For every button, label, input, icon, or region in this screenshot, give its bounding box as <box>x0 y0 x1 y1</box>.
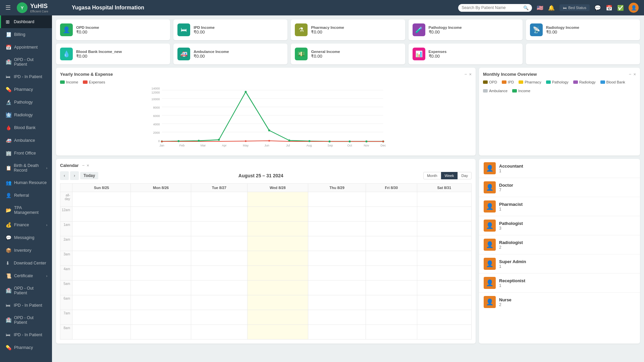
cal-cell-3-6[interactable] <box>417 236 471 251</box>
sidebar-item-frontoffice[interactable]: 🏢 Front Office <box>0 147 52 160</box>
minimize-icon[interactable]: − <box>465 72 467 77</box>
cal-cell-4-0[interactable] <box>72 251 131 266</box>
sidebar-item-birthdeath[interactable]: 📋 Birth & Death Record › <box>0 160 52 176</box>
cal-cell-8-3[interactable] <box>247 310 308 325</box>
search-box[interactable]: 🔍 <box>458 4 532 12</box>
sidebar-item-ambulance[interactable]: 🚑 Ambulance <box>0 134 52 147</box>
cal-cell-3-0[interactable] <box>72 236 131 251</box>
cal-cell-1-4[interactable] <box>308 207 366 222</box>
cal-prev-btn[interactable]: ‹ <box>60 171 69 180</box>
cal-cell-9-1[interactable] <box>131 325 191 340</box>
cal-cell-2-4[interactable] <box>308 222 366 236</box>
sidebar-item-dashboard[interactable]: ⊞ Dashboard <box>0 15 52 28</box>
cal-cell-5-0[interactable] <box>72 266 131 281</box>
cal-cell-8-0[interactable] <box>72 310 131 325</box>
cal-cell-5-3[interactable] <box>247 266 308 281</box>
cal-cell-3-1[interactable] <box>131 236 191 251</box>
task-icon[interactable]: ✅ <box>617 5 624 11</box>
close-icon[interactable]: × <box>469 72 472 77</box>
cal-cell-7-6[interactable] <box>417 295 471 310</box>
cal-cell-4-4[interactable] <box>308 251 366 266</box>
cal-cell-6-2[interactable] <box>191 281 248 295</box>
search-input[interactable] <box>462 5 521 10</box>
cal-cell-7-3[interactable] <box>247 295 308 310</box>
cal-cell-1-3[interactable] <box>247 207 308 222</box>
sidebar-item-humanresource[interactable]: 👥 Human Resource <box>0 176 52 189</box>
cal-cell-6-4[interactable] <box>308 281 366 295</box>
cal-cell-0-5[interactable] <box>366 192 417 207</box>
cal-cell-2-6[interactable] <box>417 222 471 236</box>
cal-cell-2-5[interactable] <box>366 222 417 236</box>
cal-today-btn[interactable]: Today <box>80 172 98 179</box>
cal-cell-9-6[interactable] <box>417 325 471 340</box>
sidebar-item-referral[interactable]: 👤 Referral <box>0 189 52 202</box>
cal-cell-0-0[interactable] <box>72 192 131 207</box>
cal-month-btn[interactable]: Month <box>423 172 441 179</box>
cal-next-btn[interactable]: › <box>70 171 79 180</box>
minimize-icon2[interactable]: − <box>629 72 632 77</box>
cal-cell-6-0[interactable] <box>72 281 131 295</box>
cal-cell-9-2[interactable] <box>191 325 248 340</box>
cal-cell-4-6[interactable] <box>417 251 471 266</box>
sidebar-item-messaging[interactable]: 💬 Messaging <box>0 231 52 244</box>
minimize-icon3[interactable]: − <box>82 163 85 168</box>
sidebar-item-opd2[interactable]: 🏥 OPD - Out Patient <box>0 282 52 299</box>
sidebar-item-download[interactable]: ⬇ Download Center <box>0 257 52 269</box>
sidebar-item-inventory[interactable]: 📦 Inventory <box>0 244 52 257</box>
cal-cell-1-1[interactable] <box>131 207 191 222</box>
cal-cell-5-6[interactable] <box>417 266 471 281</box>
cal-cell-9-5[interactable] <box>366 325 417 340</box>
hamburger-menu[interactable]: ☰ <box>5 4 11 11</box>
cal-cell-3-4[interactable] <box>308 236 366 251</box>
cal-cell-7-5[interactable] <box>366 295 417 310</box>
cal-cell-7-4[interactable] <box>308 295 366 310</box>
cal-day-btn[interactable]: Day <box>458 172 472 179</box>
cal-cell-1-2[interactable] <box>191 207 248 222</box>
cal-cell-5-5[interactable] <box>366 266 417 281</box>
cal-cell-7-0[interactable] <box>72 295 131 310</box>
cal-cell-0-1[interactable] <box>131 192 191 207</box>
calendar-actions[interactable]: − × <box>82 163 89 168</box>
cal-cell-0-4[interactable] <box>308 192 366 207</box>
cal-cell-1-0[interactable] <box>72 207 131 222</box>
cal-week-btn[interactable]: Week <box>441 172 458 179</box>
cal-cell-5-1[interactable] <box>131 266 191 281</box>
calendar-icon[interactable]: 📅 <box>606 5 612 11</box>
avatar[interactable]: 👤 <box>629 3 639 13</box>
cal-cell-3-5[interactable] <box>366 236 417 251</box>
cal-cell-9-4[interactable] <box>308 325 366 340</box>
cal-cell-7-1[interactable] <box>131 295 191 310</box>
sidebar-item-finance[interactable]: 💰 Finance › <box>0 219 52 231</box>
sidebar-item-opd[interactable]: 🏥 OPD - Out Patient <box>0 54 52 70</box>
cal-cell-0-2[interactable] <box>191 192 248 207</box>
cal-cell-8-2[interactable] <box>191 310 248 325</box>
cal-cell-4-5[interactable] <box>366 251 417 266</box>
cal-cell-8-6[interactable] <box>417 310 471 325</box>
cal-cell-6-3[interactable] <box>247 281 308 295</box>
cal-cell-6-6[interactable] <box>417 281 471 295</box>
cal-cell-7-2[interactable] <box>191 295 248 310</box>
close-icon2[interactable]: × <box>633 72 636 77</box>
whatsapp-icon[interactable]: 💬 <box>594 5 601 11</box>
sidebar-item-pharmacy2[interactable]: 💊 Pharmacy <box>0 341 52 354</box>
monthly-overview-actions[interactable]: − × <box>629 72 636 77</box>
cal-cell-3-3[interactable] <box>247 236 308 251</box>
cal-cell-8-5[interactable] <box>366 310 417 325</box>
cal-cell-3-2[interactable] <box>191 236 248 251</box>
sidebar-item-appointment[interactable]: 📅 Appointment <box>0 41 52 54</box>
sidebar-item-ipd[interactable]: 🛏 IPD - In Patient <box>0 70 52 83</box>
cal-cell-2-2[interactable] <box>191 222 248 236</box>
sidebar-item-certificate[interactable]: 📜 Certificate › <box>0 269 52 282</box>
cal-cell-5-4[interactable] <box>308 266 366 281</box>
cal-cell-5-2[interactable] <box>191 266 248 281</box>
cal-cell-0-6[interactable] <box>417 192 471 207</box>
close-icon3[interactable]: × <box>87 163 89 168</box>
cal-cell-4-1[interactable] <box>131 251 191 266</box>
cal-cell-2-0[interactable] <box>72 222 131 236</box>
cal-cell-2-3[interactable] <box>247 222 308 236</box>
yearly-chart-actions[interactable]: − × <box>465 72 472 77</box>
cal-cell-4-3[interactable] <box>247 251 308 266</box>
cal-cell-6-1[interactable] <box>131 281 191 295</box>
bed-status[interactable]: 🛏 Bed Status <box>559 4 590 11</box>
bell-icon[interactable]: 🔔 <box>548 5 555 11</box>
